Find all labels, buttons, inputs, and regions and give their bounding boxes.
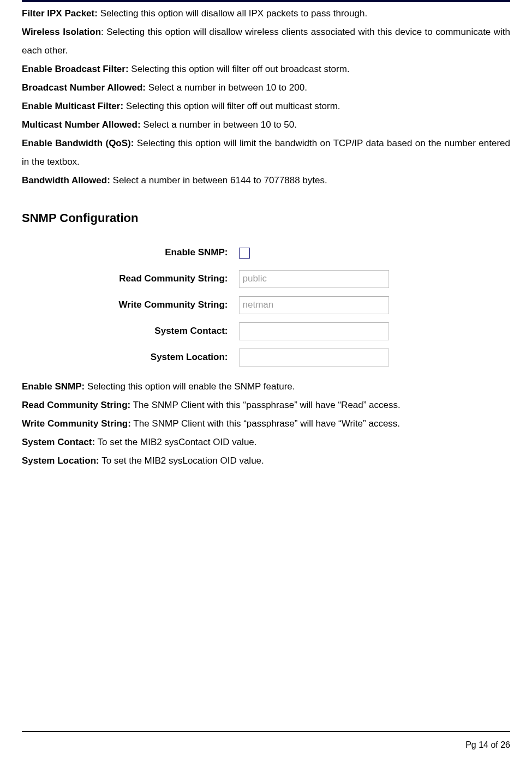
definition-desc: Selecting this option will filter off ou… [131,64,349,74]
section-heading-snmp: SNMP Configuration [22,206,510,230]
snmp-form-label: System Location: [70,348,239,367]
snmp-form-control [239,296,463,314]
definition-row: Filter IPX Packet: Selecting this option… [22,4,510,23]
snmp-text-input[interactable] [239,270,389,288]
snmp-form-control [239,269,463,288]
definition-term: Enable Broadcast Filter: [22,64,129,74]
definition-row: Read Community String: The SNMP Client w… [22,396,510,415]
definition-term: Multicast Number Allowed: [22,119,141,130]
definition-row: Enable Broadcast Filter: Selecting this … [22,60,510,79]
definition-term: Enable Multicast Filter: [22,101,123,111]
definition-row: Wireless Isolation: Selecting this optio… [22,23,510,60]
definition-row: System Contact: To set the MIB2 sysConta… [22,433,510,452]
snmp-form-label: Enable SNMP: [70,243,239,262]
snmp-form-label: Write Community String: [70,296,239,314]
snmp-form-label: Read Community String: [70,269,239,288]
definition-term: Broadcast Number Allowed: [22,82,146,93]
definition-desc: Select a number in between 10 to 200. [148,82,307,93]
snmp-form-row: System Location: [70,348,463,367]
snmp-form-row: Read Community String: [70,269,463,288]
snmp-text-input[interactable] [239,349,389,367]
definition-row: Enable Multicast Filter: Selecting this … [22,97,510,116]
definition-desc: Selecting this option will disallow all … [100,8,367,19]
snmp-form-control [239,348,463,367]
definition-desc: Select a number in between 10 to 50. [143,119,297,130]
snmp-config-form: Enable SNMP:Read Community String:Write … [70,243,463,367]
footer-divider [22,731,510,732]
snmp-form-row: System Contact: [70,322,463,340]
definition-row: Enable Bandwidth (QoS): Selecting this o… [22,134,510,171]
snmp-form-control [239,322,463,340]
definition-term: Write Community String: [22,418,131,429]
definition-separator: : [101,27,106,37]
definition-desc: Selecting this option will filter off ou… [126,101,340,111]
definition-row: Broadcast Number Allowed: Select a numbe… [22,79,510,97]
definition-term: Bandwidth Allowed: [22,175,110,185]
snmp-form-row: Write Community String: [70,296,463,314]
definition-term: Enable SNMP: [22,381,85,392]
definition-desc: To set the MIB2 sysLocation OID value. [101,455,264,466]
snmp-text-input[interactable] [239,322,389,340]
main-content: Filter IPX Packet: Selecting this option… [22,2,510,470]
definition-row: Multicast Number Allowed: Select a numbe… [22,116,510,134]
page-footer: Pg 14 of 26 [22,731,510,754]
definition-term: System Location: [22,455,99,466]
definition-desc: Selecting this option will enable the SN… [87,381,295,392]
definition-row: Bandwidth Allowed: Select a number in be… [22,171,510,190]
definition-desc: Select a number in between 6144 to 70778… [113,175,327,185]
definition-term: System Contact: [22,437,95,447]
definition-term: Filter IPX Packet: [22,8,98,19]
definition-term: Read Community String: [22,400,130,410]
definition-term: Enable Bandwidth (QoS): [22,138,134,148]
snmp-form-control [239,243,463,262]
definitions-block-top: Filter IPX Packet: Selecting this option… [22,4,510,190]
snmp-form-label: System Contact: [70,322,239,340]
snmp-form-row: Enable SNMP: [70,243,463,262]
definition-term: Wireless Isolation [22,27,101,37]
definition-desc: To set the MIB2 sysContact OID value. [98,437,257,447]
definition-row: Write Community String: The SNMP Client … [22,415,510,433]
definition-desc: The SNMP Client with this “passphrase” w… [133,418,400,429]
page-number: Pg 14 of 26 [22,736,510,754]
definition-row: Enable SNMP: Selecting this option will … [22,377,510,396]
definitions-block-snmp: Enable SNMP: Selecting this option will … [22,377,510,470]
snmp-text-input[interactable] [239,296,389,314]
enable-snmp-checkbox[interactable] [239,248,250,259]
definition-desc: The SNMP Client with this “passphrase” w… [133,400,401,410]
definition-row: System Location: To set the MIB2 sysLoca… [22,452,510,470]
